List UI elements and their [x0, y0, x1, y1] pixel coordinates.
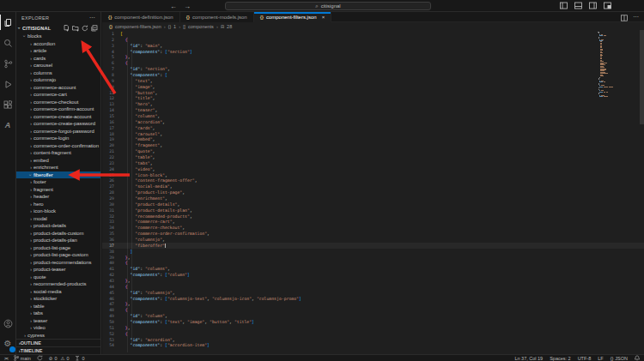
- folder-carousel[interactable]: ›carousel: [16, 62, 100, 69]
- problems-status[interactable]: ⊘0 ⚠0: [49, 356, 70, 361]
- code-line[interactable]: 8 "components": [: [102, 72, 644, 78]
- vertical-scrollbar[interactable]: [640, 30, 644, 354]
- code-editor[interactable]: 1[2 {3 "id": "main",4 "components": ["se…: [102, 30, 644, 354]
- code-line[interactable]: 39 },: [102, 255, 644, 261]
- code-line[interactable]: 44 {: [102, 284, 644, 290]
- code-line[interactable]: 7 "id": "section",: [102, 66, 644, 72]
- folder-embed[interactable]: ›embed: [16, 157, 100, 165]
- folder-product-list-page[interactable]: ›product-list-page: [16, 244, 100, 252]
- folder-commerce-cart[interactable]: ›commerce-cart: [16, 91, 100, 99]
- folder-product-recommendations[interactable]: ›product-recommendations: [16, 259, 100, 267]
- folder-commerce-checkout[interactable]: ›commerce-checkout: [16, 99, 100, 106]
- code-line[interactable]: 28 "product-list-page",: [102, 190, 644, 196]
- code-line[interactable]: 22 "table",: [102, 154, 644, 160]
- remote-indicator[interactable]: ><: [4, 356, 8, 361]
- new-folder-icon[interactable]: [72, 25, 79, 32]
- explorer-icon[interactable]: [0, 12, 16, 33]
- code-line[interactable]: 38 ]: [102, 249, 644, 255]
- notifications-bell-icon[interactable]: [635, 355, 640, 361]
- folder-commerce-confirm-account[interactable]: ›commerce-confirm-account: [16, 105, 100, 113]
- code-line[interactable]: 26 "content-fragment-offer",: [102, 177, 644, 184]
- folder-article[interactable]: ›article: [16, 47, 100, 55]
- collapse-all-icon[interactable]: [91, 25, 98, 32]
- extensions-icon[interactable]: [0, 94, 16, 115]
- code-line[interactable]: 40 {: [102, 261, 644, 267]
- folder-commerce-create-password[interactable]: ›commerce-create-password: [16, 120, 100, 128]
- folder-footer[interactable]: ›footer: [16, 178, 100, 186]
- code-line[interactable]: 15 "columns",: [102, 113, 644, 119]
- folder-product-details-plan[interactable]: ›product-details-plan: [16, 237, 100, 244]
- nav-back-icon[interactable]: ←: [170, 3, 177, 10]
- code-line[interactable]: 50 "components": ["text", "image", "butt…: [102, 319, 644, 325]
- folder-product-details[interactable]: ›product-details: [16, 222, 100, 230]
- code-line[interactable]: 21 "quote",: [102, 148, 644, 154]
- code-line[interactable]: 4 "components": ["section"]: [102, 49, 644, 55]
- code-line[interactable]: 48 {: [102, 307, 644, 313]
- code-line[interactable]: 42 "components": ["column"]: [102, 272, 644, 278]
- code-line[interactable]: 47 },: [102, 302, 644, 308]
- code-line[interactable]: 19 "embed",: [102, 136, 644, 142]
- breadcrumb-seg-1[interactable]: 1: [173, 24, 176, 29]
- code-line[interactable]: 17 "cards",: [102, 125, 644, 131]
- code-line[interactable]: 33 "commerce-cart",: [102, 220, 644, 226]
- code-line[interactable]: 16 "accordion",: [102, 119, 644, 125]
- eol[interactable]: LF: [598, 356, 603, 361]
- code-line[interactable]: 41 "id": "columns",: [102, 266, 644, 272]
- folder-commerce-order-confirmation[interactable]: ›commerce-order-confirmation: [16, 142, 100, 150]
- code-line[interactable]: 45 "id": "columnsjo",: [102, 290, 644, 296]
- close-tab-icon[interactable]: ×: [322, 15, 325, 20]
- code-line[interactable]: 10 "image",: [102, 84, 644, 90]
- breadcrumb-seg-2[interactable]: components: [188, 24, 214, 29]
- folder-tabs[interactable]: ›tabs: [16, 310, 100, 317]
- code-line[interactable]: 13 "hero",: [102, 101, 644, 107]
- code-line[interactable]: 46 "components": ["columnsjo-text", "col…: [102, 296, 644, 302]
- folder-video[interactable]: ›video: [16, 324, 100, 332]
- folder-teaser[interactable]: ›teaser: [16, 317, 100, 325]
- code-line[interactable]: 29 "enrichment",: [102, 196, 644, 202]
- command-center-search[interactable]: ⌕ citisignal: [225, 2, 431, 10]
- code-line[interactable]: 11 "button",: [102, 90, 644, 96]
- code-line[interactable]: 18 "carousel",: [102, 131, 644, 137]
- code-line[interactable]: 34 "commerce-checkout",: [102, 225, 644, 231]
- breadcrumb-file[interactable]: component-filters.json: [115, 24, 161, 29]
- folder-enrichment[interactable]: ›enrichment: [16, 164, 100, 171]
- folder-recommended-products[interactable]: ›recommended-products: [16, 280, 100, 288]
- folder-fiberoffer[interactable]: ›fiberoffer: [16, 171, 100, 179]
- timeline-section[interactable]: ›TIMELINE: [16, 346, 100, 354]
- folder-icon-block[interactable]: ›icon-block: [16, 208, 100, 215]
- cursor-position[interactable]: Ln 37, Col 19: [514, 356, 543, 361]
- folder-hero[interactable]: ›hero: [16, 201, 100, 208]
- folder-social-media[interactable]: ›social-media: [16, 288, 100, 296]
- code-line[interactable]: 31 "product-details-plan",: [102, 208, 644, 214]
- folder-commerce-login[interactable]: ›commerce-login: [16, 135, 100, 142]
- scrollbar-slider[interactable]: [640, 30, 644, 124]
- nav-forward-icon[interactable]: →: [184, 3, 191, 10]
- folder-product-details-custom[interactable]: ›product-details-custom: [16, 230, 100, 238]
- code-line[interactable]: 52 {: [102, 331, 644, 337]
- code-line[interactable]: 2 {: [102, 37, 644, 43]
- code-line[interactable]: 51 },: [102, 325, 644, 331]
- code-line[interactable]: 23 "tabs",: [102, 160, 644, 166]
- folder-header[interactable]: ›header: [16, 193, 100, 201]
- code-line[interactable]: 6 {: [102, 60, 644, 66]
- code-line[interactable]: 35 "commerce-order-confirmation",: [102, 231, 644, 237]
- toggle-secondary-sidebar-icon[interactable]: [589, 2, 597, 9]
- accounts-icon[interactable]: [0, 313, 16, 334]
- language-mode[interactable]: {} JSON: [611, 356, 628, 361]
- code-line[interactable]: 36 "columnsjo",: [102, 237, 644, 243]
- folder-commerce-create-account[interactable]: ›commerce-create-account: [16, 113, 100, 121]
- code-line[interactable]: 43 },: [102, 278, 644, 284]
- toggle-sidebar-icon[interactable]: [560, 2, 568, 9]
- explorer-more-icon[interactable]: ⋯: [89, 15, 95, 21]
- folder-product-teaser[interactable]: ›product-teaser: [16, 266, 100, 274]
- run-debug-icon[interactable]: [0, 74, 16, 94]
- tab-component-definition.json[interactable]: {}component-definition.json: [102, 12, 180, 22]
- folder-table[interactable]: ›table: [16, 303, 100, 310]
- folder-stockticker[interactable]: ›stockticker: [16, 295, 100, 303]
- indentation[interactable]: Spaces: 2: [550, 356, 570, 361]
- folder-blocks[interactable]: ›blocks: [16, 33, 100, 40]
- new-file-icon[interactable]: [64, 25, 70, 32]
- workspace-root[interactable]: › CITISIGNAL: [16, 23, 100, 33]
- code-line[interactable]: 30 "product-details",: [102, 202, 644, 208]
- code-line[interactable]: 49 "id": "column",: [102, 313, 644, 319]
